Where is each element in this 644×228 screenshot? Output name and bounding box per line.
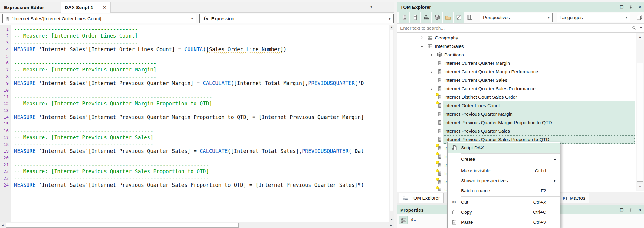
- code-line[interactable]: ----------------------------------------…: [14, 141, 364, 148]
- dax-code-editor[interactable]: 123456789101112131415161718192021222324 …: [0, 25, 389, 222]
- tree-item[interactable]: Partitions: [397, 51, 644, 59]
- tab-dax-script-1[interactable]: DAX Script 1 ✕: [61, 2, 111, 13]
- menu-item-script-dax[interactable]: Script DAX: [448, 143, 560, 153]
- scroll-up-icon[interactable]: ▲: [389, 25, 394, 29]
- scroll-down-icon[interactable]: ▼: [389, 217, 394, 222]
- tree-item[interactable]: Internet Current Quarter Sales: [397, 76, 644, 84]
- code-line[interactable]: -- Measure: [Internet Previous Quarter M…: [14, 100, 364, 107]
- toggle-column-icon[interactable]: [410, 12, 420, 23]
- code-line[interactable]: ----------------------------------------…: [14, 73, 364, 80]
- chevron-down-icon: ▾: [389, 16, 391, 21]
- scrollbar-thumb[interactable]: [390, 30, 393, 211]
- code-line[interactable]: -- Measure: [Internet Previous Quarter M…: [14, 66, 364, 73]
- object-selector-dropdown[interactable]: 'Internet Sales'[Internet Order Lines Co…: [2, 14, 196, 23]
- tab-overflow-chevron-icon[interactable]: ▾: [370, 5, 372, 9]
- code-line[interactable]: [14, 154, 364, 161]
- pin-icon[interactable]: [96, 5, 100, 10]
- tree-item[interactable]: Internet Previous Quarter Margin: [397, 110, 644, 118]
- menu-item-batch-rename[interactable]: Batch rename...F2: [448, 186, 560, 196]
- pin-icon[interactable]: [47, 5, 51, 10]
- code-line[interactable]: ----------------------------------------: [14, 39, 364, 46]
- chevron-down-icon[interactable]: ▾: [640, 25, 642, 30]
- code-line[interactable]: [14, 53, 364, 60]
- toggle-measure-icon[interactable]: [399, 12, 409, 23]
- tab-expression-editor[interactable]: Expression Editor: [0, 2, 55, 12]
- tree-item[interactable]: Internet Current Quarter Margin Performa…: [397, 68, 644, 76]
- code-line[interactable]: ----------------------------------------…: [14, 127, 364, 134]
- toggle-folder-icon[interactable]: [443, 12, 453, 23]
- code-line[interactable]: [14, 121, 364, 127]
- toggle-hidden-items-icon[interactable]: [454, 12, 464, 23]
- panel-divider: [394, 2, 394, 228]
- menu-item-paste[interactable]: PasteCtrl+V: [448, 217, 560, 227]
- code-line[interactable]: -- Measure: [Internet Previous Quarter S…: [14, 168, 364, 175]
- toggle-hierarchy-icon[interactable]: [421, 12, 431, 23]
- code-line[interactable]: ----------------------------------------…: [14, 60, 364, 66]
- categorized-view-icon[interactable]: [399, 216, 408, 224]
- scroll-left-icon[interactable]: ◂: [0, 222, 5, 228]
- scrollbar-thumb[interactable]: [6, 223, 239, 228]
- toggle-partition-icon[interactable]: [432, 12, 442, 23]
- code-line[interactable]: ----------------------------------------: [14, 26, 364, 32]
- chevron-right-icon[interactable]: [429, 53, 433, 57]
- code-line[interactable]: ----------------------------------------…: [14, 175, 364, 182]
- code-line[interactable]: ----------------------------------------…: [14, 94, 364, 100]
- code-line[interactable]: [14, 87, 364, 94]
- tree-item[interactable]: Internet Current Quarter Margin: [397, 59, 644, 68]
- scroll-down-icon[interactable]: ▼: [637, 184, 643, 190]
- code-line[interactable]: MEASURE 'Internet Sales'[Internet Previo…: [14, 114, 364, 121]
- chevron-down-icon[interactable]: [420, 44, 424, 48]
- scroll-up-icon[interactable]: ▲: [637, 34, 643, 40]
- menu-item-shown-in-perspectives[interactable]: Shown in perspectives▸: [448, 176, 560, 186]
- tree-item[interactable]: Internet Distinct Count Sales Order: [397, 93, 644, 101]
- tree-item[interactable]: Internet Current Quarter Sales Performan…: [397, 84, 644, 93]
- perspectives-dropdown[interactable]: Perspectives ▾: [480, 13, 553, 22]
- close-icon[interactable]: ✕: [637, 5, 642, 10]
- modified-badge: [436, 186, 439, 189]
- code-line[interactable]: MEASURE 'Internet Sales'[Internet Previo…: [14, 80, 364, 87]
- search-input[interactable]: [397, 24, 630, 32]
- sort-alphabetical-icon[interactable]: AZ: [409, 216, 418, 224]
- editor-horizontal-scrollbar[interactable]: ◂ ▸: [0, 222, 394, 228]
- tree-item[interactable]: Internet Order Lines Count: [397, 101, 644, 110]
- script-icon: [448, 145, 461, 150]
- chevron-right-icon[interactable]: [429, 70, 433, 74]
- code-line[interactable]: MEASURE 'Internet Sales'[Internet Previo…: [14, 148, 364, 154]
- menu-item-make-invisible[interactable]: Make invisibleCtrl+I: [448, 166, 560, 176]
- code-line[interactable]: MEASURE 'Internet Sales'[Internet Previo…: [14, 182, 364, 188]
- pin-icon[interactable]: [628, 5, 633, 10]
- languages-dropdown[interactable]: Languages ▾: [557, 13, 630, 22]
- collapse-all-icon[interactable]: [635, 13, 643, 21]
- tab-macros[interactable]: Macros: [558, 193, 589, 203]
- tree-item[interactable]: Internet Previous Quarter Margin Proport…: [397, 118, 644, 127]
- tree-item[interactable]: Internet Sales: [397, 42, 644, 51]
- code-line[interactable]: -- Measure: [Internet Previous Quarter S…: [14, 134, 364, 141]
- line-number: 8: [0, 73, 11, 80]
- tab-tom-explorer[interactable]: TOM Explorer: [399, 193, 444, 203]
- code-line[interactable]: ----------------------------------------…: [14, 107, 364, 114]
- editor-vertical-scrollbar[interactable]: ▲ ▼: [389, 25, 394, 222]
- menu-item-cut[interactable]: ✂CutCtrl+X: [448, 197, 560, 207]
- search-icon[interactable]: [632, 26, 636, 30]
- chevron-right-icon[interactable]: [420, 36, 424, 40]
- tree-item[interactable]: Internet Previous Quarter Sales: [397, 127, 644, 135]
- tree-vertical-scrollbar[interactable]: ▲ ▼: [636, 33, 644, 191]
- maximize-icon[interactable]: ❐: [619, 207, 624, 213]
- menu-item-create[interactable]: Create▸: [448, 154, 560, 164]
- code-line[interactable]: MEASURE 'Internet Sales'[Internet Order …: [14, 46, 364, 53]
- tree-item[interactable]: Geography: [397, 34, 644, 42]
- code-line[interactable]: -- Measure: [Internet Order Lines Count]: [14, 32, 364, 39]
- chevron-right-icon[interactable]: [429, 87, 433, 91]
- line-number: 7: [0, 66, 11, 73]
- pin-icon[interactable]: [628, 207, 633, 213]
- menu-item-copy[interactable]: CopyCtrl+C: [448, 207, 560, 217]
- scrollbar-thumb[interactable]: [637, 63, 643, 182]
- toggle-columns-view-icon[interactable]: [465, 12, 475, 23]
- expression-selector-dropdown[interactable]: fx Expression ▾: [199, 14, 394, 23]
- scroll-right-icon[interactable]: ▸: [388, 222, 394, 228]
- close-icon[interactable]: ✕: [103, 5, 107, 10]
- code-line[interactable]: ----------------------------------------…: [14, 161, 364, 168]
- close-icon[interactable]: ✕: [637, 207, 642, 213]
- menu-item-label: Cut: [461, 200, 468, 205]
- maximize-icon[interactable]: ❐: [619, 5, 624, 10]
